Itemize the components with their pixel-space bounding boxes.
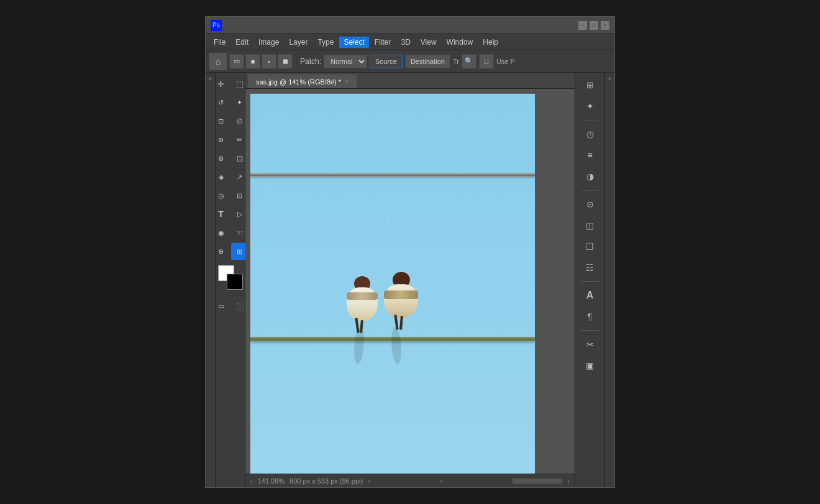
layer-group-icon[interactable]: ☷: [580, 258, 600, 277]
zoom-level: 141.09%: [258, 477, 285, 485]
type-tool[interactable]: T: [212, 205, 230, 223]
bird-body-left: [347, 287, 378, 322]
lasso-tool[interactable]: ↺: [212, 94, 230, 111]
shape-tool[interactable]: ◉: [212, 224, 230, 241]
search-button[interactable]: 🔍: [462, 54, 476, 69]
tab-bar: sas.jpg @ 141% (RGB/8#) * ×: [245, 73, 575, 89]
move-tool[interactable]: ✛: [212, 75, 230, 92]
healing-brush-tool[interactable]: ⊕: [212, 131, 230, 148]
canvas-dimensions: 800 px x 533 px (96 ppi): [289, 477, 363, 485]
info-panel-icon[interactable]: ▣: [580, 356, 600, 376]
right-section-mid2: ⊙ ◫ ❑ ☷: [580, 194, 600, 277]
crop-tool[interactable]: ⊡: [212, 112, 230, 130]
right-separator-4: [581, 330, 599, 331]
adjustment-layers-icon[interactable]: ≡: [580, 145, 600, 165]
scrollbar[interactable]: [512, 479, 562, 484]
right-collapse-button[interactable]: »: [604, 73, 614, 487]
home-button[interactable]: ⌂: [209, 53, 227, 70]
libraries-icon[interactable]: ⊞: [580, 75, 600, 95]
mask-icon[interactable]: ▭: [212, 297, 230, 315]
canvas-container[interactable]: [245, 89, 575, 474]
filled-rect-button[interactable]: ■: [245, 54, 260, 69]
rect-shape-button[interactable]: ▭: [229, 54, 244, 69]
background-color[interactable]: [227, 274, 243, 290]
maximize-button[interactable]: □: [590, 21, 598, 30]
photoshop-window: Ps – □ × File Edit Image Layer Type Sele…: [205, 16, 615, 488]
wire-top: [250, 173, 535, 177]
status-nav-right[interactable]: ›: [567, 477, 570, 485]
main-area: « ✛ ⬚ ↺ ✦ ⊡ ∅ ⊕ ✏ ⊛ ◫ ◈: [206, 73, 614, 487]
status-bar: › 141.09% 800 px x 533 px (96 ppi) › ‹ ›: [245, 474, 575, 487]
ps-logo: Ps: [211, 20, 222, 31]
color-swatch[interactable]: [218, 265, 243, 290]
menu-help[interactable]: Help: [478, 37, 503, 48]
minimize-button[interactable]: –: [578, 21, 587, 30]
close-button[interactable]: ×: [601, 21, 609, 30]
document-tab[interactable]: sas.jpg @ 141% (RGB/8#) * ×: [248, 74, 357, 88]
right-section-mid1: ◷ ≡ ◑: [580, 124, 600, 186]
type-panel-icon[interactable]: A: [580, 286, 600, 305]
status-nav-left[interactable]: ‹: [440, 477, 443, 485]
paint-bucket-tool[interactable]: ◈: [212, 168, 230, 186]
menu-view[interactable]: View: [416, 37, 441, 48]
tools-panel: ✛ ⬚ ↺ ✦ ⊡ ∅ ⊕ ✏ ⊛ ◫ ◈ ↗: [216, 73, 245, 487]
zoom-tool[interactable]: ⊕: [212, 243, 230, 260]
tab-close-button[interactable]: ×: [345, 78, 348, 85]
bird-left: [347, 287, 384, 343]
shape-tools-group: ▭ ■ ▪ ◼: [229, 54, 293, 69]
right-separator-3: [581, 281, 599, 282]
ai-icon[interactable]: ✦: [580, 96, 600, 116]
right-separator-1: [581, 120, 599, 120]
right-separator-2: [581, 190, 599, 191]
menu-select[interactable]: Select: [339, 37, 368, 48]
menu-bar: File Edit Image Layer Type Select Filter…: [206, 34, 614, 50]
menu-image[interactable]: Image: [254, 37, 283, 48]
custom-shape-button[interactable]: ◼: [278, 54, 293, 69]
scissors-icon[interactable]: ✂: [580, 335, 600, 354]
destination-button[interactable]: Destination: [405, 55, 450, 68]
burn-tool[interactable]: ◷: [212, 187, 230, 204]
layers-panel-icon[interactable]: ❑: [580, 236, 600, 256]
arrange-button[interactable]: □: [479, 54, 494, 69]
menu-filter[interactable]: Filter: [370, 37, 396, 48]
patch-label: Patch:: [300, 57, 321, 66]
menu-type[interactable]: Type: [313, 37, 338, 48]
patch-mode-select[interactable]: Normal: [324, 55, 367, 68]
bird-tail-right-2: [399, 316, 403, 330]
menu-edit[interactable]: Edit: [231, 37, 253, 48]
fx-icon[interactable]: ◫: [580, 215, 600, 235]
status-right-arrow[interactable]: ›: [368, 477, 370, 485]
history-icon[interactable]: ◷: [580, 124, 600, 144]
tab-title: sas.jpg @ 141% (RGB/8#) *: [256, 78, 341, 86]
sky-background: [250, 94, 535, 474]
canvas-area: sas.jpg @ 141% (RGB/8#) * ×: [245, 73, 575, 487]
right-panel: ⊞ ✦ ◷ ≡ ◑ ⊙ ◫ ❑ ☷ A ¶ ✂: [575, 73, 604, 487]
title-bar-controls: – □ ×: [578, 21, 609, 30]
color-icon[interactable]: ◑: [580, 166, 600, 186]
right-section-tools: ✂ ▣: [580, 335, 600, 376]
source-button[interactable]: Source: [370, 55, 403, 68]
menu-3d[interactable]: 3D: [396, 37, 414, 48]
rounded-rect-button[interactable]: ▪: [262, 54, 276, 69]
canvas-image: [250, 94, 535, 474]
right-section-type: A ¶: [580, 286, 600, 326]
status-left-arrow[interactable]: ›: [250, 477, 253, 485]
toolbar: ⌂ ▭ ■ ▪ ◼ Patch: Normal Source Destinati…: [206, 50, 614, 73]
clone-stamp-tool[interactable]: ⊛: [212, 150, 230, 167]
right-section-top: ⊞ ✦: [580, 75, 600, 116]
menu-file[interactable]: File: [209, 37, 230, 48]
transform-label: Tr: [453, 58, 459, 65]
bird-tail-left-2: [360, 320, 363, 333]
bird-body-right: [384, 284, 418, 318]
title-bar: Ps – □ ×: [206, 17, 614, 34]
paragraph-panel-icon[interactable]: ¶: [580, 307, 600, 326]
properties-icon[interactable]: ⊙: [580, 194, 600, 214]
title-bar-left: Ps: [211, 20, 222, 31]
use-label: Use P: [496, 58, 515, 65]
bird-right: [384, 284, 424, 343]
menu-window[interactable]: Window: [442, 37, 478, 48]
menu-layer[interactable]: Layer: [285, 37, 312, 48]
